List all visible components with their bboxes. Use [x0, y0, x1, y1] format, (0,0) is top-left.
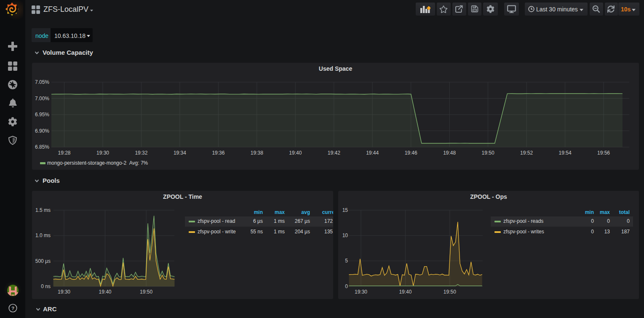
svg-text:?: ?	[11, 305, 14, 311]
svg-text:19:56: 19:56	[597, 150, 610, 156]
svg-text:19:40: 19:40	[289, 150, 302, 156]
svg-text:19:54: 19:54	[559, 150, 572, 156]
svg-text:19:52: 19:52	[520, 150, 533, 156]
svg-text:19:44: 19:44	[366, 150, 379, 156]
svg-text:19:40: 19:40	[399, 289, 412, 295]
svg-text:1.5 ms: 1.5 ms	[35, 207, 51, 213]
svg-text:19:42: 19:42	[328, 150, 340, 156]
svg-text:7.05%: 7.05%	[35, 79, 49, 85]
svg-text:19:30: 19:30	[96, 150, 109, 156]
svg-text:0: 0	[345, 283, 348, 289]
svg-text:19:28: 19:28	[58, 150, 70, 156]
svg-text:10: 10	[342, 232, 348, 238]
svg-text:500 µs: 500 µs	[35, 258, 51, 264]
svg-text:19:50: 19:50	[482, 150, 494, 156]
svg-text:1.0 ms: 1.0 ms	[35, 232, 51, 238]
svg-text:7.00%: 7.00%	[35, 96, 49, 102]
svg-text:19:38: 19:38	[251, 150, 263, 156]
svg-text:15: 15	[342, 207, 348, 213]
svg-text:19:30: 19:30	[355, 289, 367, 295]
svg-text:5: 5	[345, 258, 348, 264]
svg-text:6.85%: 6.85%	[35, 144, 49, 150]
svg-text:19:34: 19:34	[174, 150, 186, 156]
svg-text:19:50: 19:50	[444, 289, 456, 295]
svg-text:19:32: 19:32	[135, 150, 147, 156]
svg-text:6.90%: 6.90%	[35, 128, 49, 134]
svg-text:19:50: 19:50	[140, 289, 152, 295]
svg-text:19:40: 19:40	[99, 289, 111, 295]
svg-text:19:48: 19:48	[443, 150, 456, 156]
svg-text:6.95%: 6.95%	[35, 112, 49, 118]
svg-text:19:36: 19:36	[212, 150, 224, 156]
svg-text:19:46: 19:46	[405, 150, 417, 156]
svg-text:0 ns: 0 ns	[41, 283, 51, 289]
svg-text:19:30: 19:30	[58, 289, 70, 295]
